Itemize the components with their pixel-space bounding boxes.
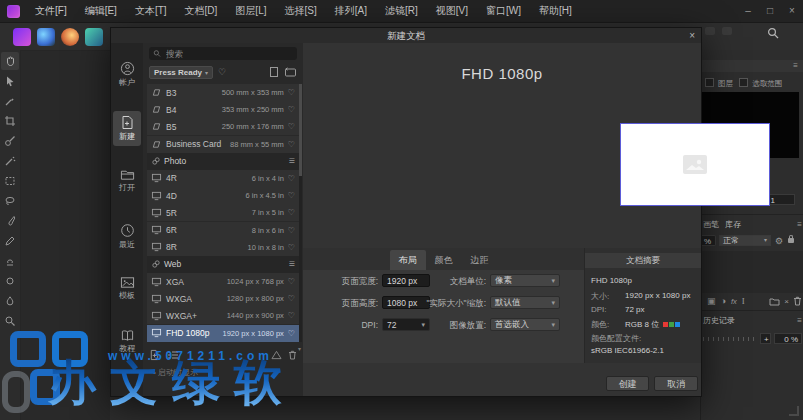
history-slider[interactable] bbox=[703, 335, 757, 342]
tab-brushes[interactable]: 画笔 bbox=[703, 219, 719, 230]
close-button[interactable]: × bbox=[781, 0, 803, 22]
search-input[interactable] bbox=[164, 48, 293, 60]
search-icon[interactable] bbox=[766, 26, 780, 40]
dodge-tool[interactable] bbox=[1, 272, 19, 290]
preset-row[interactable]: 8R10 in x 8 in♡ bbox=[147, 239, 299, 256]
menu-view[interactable]: 视图[V] bbox=[427, 0, 477, 22]
preset-search-box[interactable] bbox=[149, 47, 297, 60]
flood-select-tool[interactable] bbox=[1, 152, 19, 170]
scrollbar-thumb[interactable] bbox=[299, 84, 302, 176]
adjustment-icon[interactable]: ◑ bbox=[721, 296, 726, 306]
layers-checkbox[interactable] bbox=[705, 78, 714, 87]
menu-layer[interactable]: 图层[L] bbox=[226, 0, 275, 22]
minimize-button[interactable]: – bbox=[737, 0, 759, 22]
edit-list-icon[interactable] bbox=[167, 350, 179, 360]
photo-persona-icon[interactable] bbox=[13, 28, 31, 46]
blur-tool[interactable] bbox=[1, 292, 19, 310]
preset-row[interactable]: XGA1024 px x 768 px♡ bbox=[147, 273, 299, 290]
panel-menu-icon[interactable]: ≡ bbox=[797, 220, 802, 229]
preset-category-header[interactable]: Web☰ bbox=[147, 256, 299, 273]
preset-row[interactable]: B4353 mm x 250 mm♡ bbox=[147, 101, 299, 118]
preset-row[interactable]: 6R8 in x 6 in♡ bbox=[147, 222, 299, 239]
create-button[interactable]: 创建 bbox=[606, 376, 649, 391]
image-placement-dropdown[interactable]: 首选嵌入▾ bbox=[490, 318, 560, 331]
zoom-tool[interactable] bbox=[1, 312, 19, 330]
add-preset-icon[interactable] bbox=[149, 349, 160, 361]
panel-menu-icon[interactable]: ≡ bbox=[797, 316, 802, 325]
preset-category-header[interactable]: Photo☰ bbox=[147, 153, 299, 170]
panel-menu-icon[interactable]: ≡ bbox=[793, 61, 798, 70]
tab-history[interactable]: 历史记录 bbox=[703, 315, 735, 326]
favorite-icon[interactable]: ♡ bbox=[288, 226, 295, 235]
lasso-tool[interactable] bbox=[1, 192, 19, 210]
selection-brush-tool[interactable] bbox=[1, 132, 19, 150]
favorite-icon[interactable]: ♡ bbox=[288, 294, 295, 303]
preset-scrollbar[interactable] bbox=[299, 84, 302, 342]
color-picker-tool[interactable] bbox=[1, 92, 19, 110]
menu-file[interactable]: 文件[F] bbox=[26, 0, 76, 22]
favorite-icon[interactable]: ♡ bbox=[288, 88, 295, 97]
blend-mode-dropdown[interactable]: 正常▾ bbox=[719, 235, 771, 246]
mask-icon[interactable]: ▣ bbox=[707, 296, 716, 306]
preset-row[interactable]: 4D6 in x 4.5 in♡ bbox=[147, 187, 299, 204]
warning-icon[interactable] bbox=[271, 350, 282, 360]
resize-grip[interactable] bbox=[789, 406, 799, 416]
scroll-down-icon[interactable]: ▾ bbox=[298, 345, 301, 352]
preset-row[interactable]: B5250 mm x 176 mm♡ bbox=[147, 118, 299, 135]
menu-select[interactable]: 选择[S] bbox=[275, 0, 325, 22]
preset-row[interactable]: B3500 mm x 353 mm♡ bbox=[147, 84, 299, 101]
menu-help[interactable]: 帮助[H] bbox=[530, 0, 581, 22]
move-tool[interactable] bbox=[1, 72, 19, 90]
group-folder-icon[interactable] bbox=[769, 297, 780, 306]
favorite-icon[interactable]: ♡ bbox=[288, 243, 295, 252]
liquify-persona-icon[interactable] bbox=[37, 28, 55, 46]
toolbar-button[interactable] bbox=[705, 27, 715, 35]
tab-stock[interactable]: 库存 bbox=[725, 219, 741, 230]
menu-document[interactable]: 文档[D] bbox=[176, 0, 227, 22]
cancel-button[interactable]: 取消 bbox=[654, 376, 698, 391]
text-styles-icon[interactable]: I bbox=[742, 296, 745, 306]
plus-button[interactable]: + bbox=[760, 333, 771, 344]
preset-row[interactable]: Business Card88 mm x 55 mm♡ bbox=[147, 136, 299, 153]
favorites-heart-icon[interactable]: ♡ bbox=[218, 67, 226, 77]
category-menu-icon[interactable]: ☰ bbox=[289, 157, 295, 165]
preset-row[interactable]: WXGA+1440 px x 900 px♡ bbox=[147, 307, 299, 324]
tab-margins[interactable]: 边距 bbox=[462, 250, 498, 270]
maximize-button[interactable]: □ bbox=[759, 0, 781, 22]
nav-new[interactable]: 新建 bbox=[113, 111, 141, 146]
favorite-icon[interactable]: ♡ bbox=[288, 277, 295, 286]
favorite-icon[interactable]: ♡ bbox=[288, 329, 295, 338]
tone-mapping-persona-icon[interactable] bbox=[85, 28, 103, 46]
nav-templates[interactable]: 模板 bbox=[111, 276, 143, 301]
lock-icon[interactable] bbox=[788, 238, 794, 243]
trash-icon[interactable] bbox=[793, 296, 802, 306]
preset-row[interactable]: 5R7 in x 5 in♡ bbox=[147, 204, 299, 221]
crop-tool[interactable] bbox=[1, 112, 19, 130]
max-value-field[interactable]: 1 bbox=[767, 194, 795, 205]
favorite-icon[interactable]: ♡ bbox=[288, 311, 295, 320]
nav-tutorials[interactable]: 教程 bbox=[111, 329, 143, 354]
show-on-startup-row[interactable]: • 启动时显示 bbox=[153, 367, 198, 378]
favorite-icon[interactable]: ♡ bbox=[288, 208, 295, 217]
dialog-titlebar[interactable]: 新建文档 × bbox=[111, 28, 701, 43]
menu-window[interactable]: 窗口[W] bbox=[477, 0, 530, 22]
trash-icon[interactable] bbox=[288, 350, 297, 360]
landscape-orientation-icon[interactable] bbox=[284, 67, 297, 78]
live-filter-icon[interactable]: fx bbox=[731, 297, 737, 306]
dialog-close-icon[interactable]: × bbox=[689, 28, 695, 43]
preset-row[interactable]: 4R6 in x 4 in♡ bbox=[147, 170, 299, 187]
history-zoom-field[interactable]: 0 % bbox=[774, 333, 802, 344]
preset-row-selected[interactable]: FHD 1080p1920 px x 1080 px♡ bbox=[147, 325, 299, 342]
preset-row[interactable]: WXGA1280 px x 800 px♡ bbox=[147, 290, 299, 307]
category-menu-icon[interactable]: ☰ bbox=[289, 260, 295, 268]
menu-arrange[interactable]: 排列[A] bbox=[326, 0, 376, 22]
paint-brush-tool[interactable] bbox=[1, 212, 19, 230]
menu-edit[interactable]: 编辑[E] bbox=[76, 0, 126, 22]
selection-checkbox[interactable] bbox=[739, 78, 748, 87]
filter-dropdown[interactable]: Press Ready▾ bbox=[149, 66, 213, 79]
menu-filters[interactable]: 滤镜[R] bbox=[376, 0, 427, 22]
clear-icon[interactable]: × bbox=[784, 297, 789, 306]
clone-stamp-tool[interactable] bbox=[1, 252, 19, 270]
menu-text[interactable]: 文本[T] bbox=[126, 0, 176, 22]
toolbar-button[interactable] bbox=[722, 27, 732, 35]
